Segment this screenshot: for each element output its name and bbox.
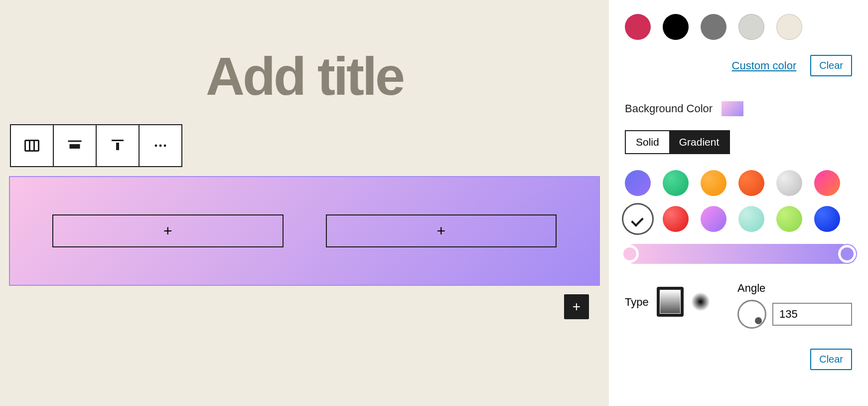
- solid-tab[interactable]: Solid: [626, 131, 669, 153]
- gradient-presets-row-2: [625, 206, 852, 232]
- gradient-swatch-blue[interactable]: [814, 206, 840, 232]
- add-block-button[interactable]: +: [564, 294, 589, 319]
- column-add-right[interactable]: +: [326, 214, 557, 247]
- gradient-swatch-green[interactable]: [663, 170, 689, 196]
- svg-rect-5: [68, 151, 82, 153]
- gradient-type-label: Type: [625, 282, 649, 309]
- gradient-stop-start[interactable]: [621, 245, 639, 263]
- angle-input[interactable]: [772, 303, 852, 326]
- background-color-label: Background Color: [625, 102, 713, 115]
- svg-point-8: [155, 145, 157, 147]
- angle-label: Angle: [737, 282, 852, 295]
- gradient-swatch-silver[interactable]: [776, 170, 802, 196]
- custom-color-link[interactable]: Custom color: [732, 59, 797, 72]
- text-color-swatch-gray[interactable]: [701, 14, 726, 40]
- gradient-stop-end[interactable]: [838, 245, 856, 263]
- block-toolbar: [10, 124, 599, 167]
- svg-rect-7: [116, 143, 119, 150]
- background-preview-swatch: [722, 101, 743, 116]
- clear-background-button[interactable]: Clear: [810, 349, 852, 370]
- settings-sidebar: Custom color Clear Background Color Soli…: [609, 0, 868, 406]
- gradient-swatch-selected-pink-purple[interactable]: [625, 206, 651, 232]
- gradient-presets-row-1: [625, 170, 852, 196]
- gradient-swatch-teal[interactable]: [738, 206, 764, 232]
- text-color-swatch-off-white[interactable]: [776, 14, 802, 40]
- gradient-swatch-orange[interactable]: [701, 170, 726, 196]
- gradient-swatch-red-orange[interactable]: [738, 170, 764, 196]
- gradient-swatch-lime[interactable]: [776, 206, 802, 232]
- svg-rect-4: [70, 144, 80, 149]
- gradient-swatch-pink-purple[interactable]: [701, 206, 726, 232]
- column-add-left[interactable]: +: [52, 214, 284, 247]
- text-color-swatches: [625, 14, 852, 40]
- gradient-tab[interactable]: Gradient: [669, 131, 729, 153]
- text-color-swatch-black[interactable]: [663, 14, 689, 40]
- gradient-type-radial-button[interactable]: [692, 292, 710, 312]
- svg-rect-6: [112, 140, 124, 141]
- svg-rect-3: [68, 141, 82, 142]
- editor-canvas: Add title + + +: [0, 0, 609, 406]
- gradient-swatch-red[interactable]: [663, 206, 689, 232]
- vertical-align-top-icon[interactable]: [96, 124, 140, 167]
- svg-point-9: [159, 145, 162, 147]
- gradient-type-linear-button[interactable]: [657, 287, 684, 317]
- angle-dial[interactable]: [737, 300, 766, 329]
- svg-point-10: [164, 145, 166, 147]
- columns-block-icon[interactable]: [10, 124, 54, 167]
- text-color-swatch-vivid-red[interactable]: [625, 14, 651, 40]
- post-title-input[interactable]: Add title: [10, 45, 599, 107]
- color-mode-segmented-control: Solid Gradient: [625, 130, 730, 154]
- gradient-slider[interactable]: [625, 244, 852, 264]
- columns-block[interactable]: + +: [10, 177, 599, 285]
- more-options-icon[interactable]: [139, 124, 182, 167]
- clear-text-color-button[interactable]: Clear: [810, 55, 852, 76]
- gradient-swatch-magenta-orange[interactable]: [814, 170, 840, 196]
- text-color-swatch-pale-gray[interactable]: [738, 14, 764, 40]
- gradient-swatch-blue-purple[interactable]: [625, 170, 651, 196]
- svg-rect-0: [25, 141, 39, 151]
- align-wide-icon[interactable]: [53, 124, 97, 167]
